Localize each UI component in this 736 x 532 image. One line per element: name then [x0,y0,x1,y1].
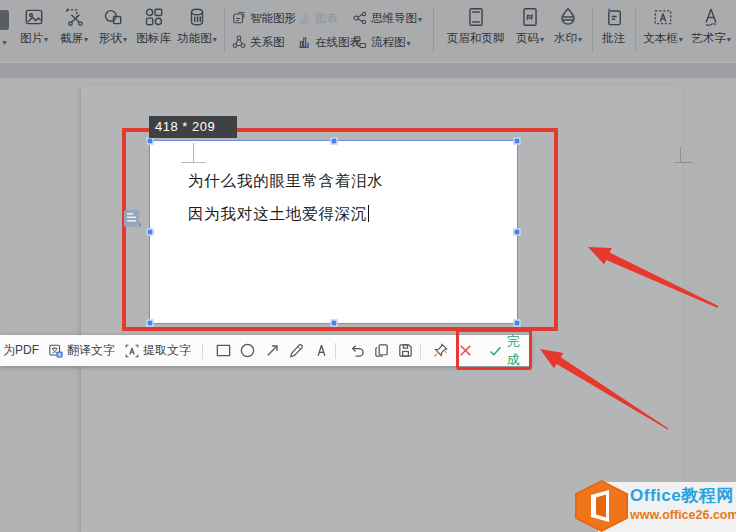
red-rectangle-annotation [122,128,558,331]
pen-tool-icon [288,342,305,359]
save-as-pdf-label: 为PDF [3,342,39,359]
watermark-icon [557,6,579,28]
page-number-icon [519,6,541,28]
wordart-icon [700,6,722,28]
arrow-tool-button[interactable] [260,338,284,364]
copy-button[interactable] [369,338,393,364]
ribbon-label: 图标库 [136,32,172,46]
site-watermark: Office教程网 www.office26.com [570,480,736,532]
extract-text-button[interactable]: 提取文字 [124,342,191,359]
comment-icon [603,6,625,28]
ribbon-button-picture[interactable]: 图片▾ [13,3,55,59]
ribbon-button-flowchart[interactable]: 流程图▾ [352,32,411,52]
mindmap-icon [352,10,368,26]
clipped-icon [0,10,9,30]
ribbon-button-watermark[interactable]: 水印▾ [548,3,588,59]
toolbar-separator [335,343,336,359]
arrow-tool-icon [264,342,281,359]
online-chart-icon [296,34,312,50]
shapes-icon [102,6,124,28]
rectangle-tool-button[interactable] [211,338,235,364]
page-margin-mark [673,147,693,164]
ellipse-tool-button[interactable] [235,338,259,364]
chevron-down-icon: ▾ [0,38,9,47]
document-options-icon[interactable] [123,209,142,229]
translate-icon [48,343,64,359]
ribbon-button-page-number[interactable]: 页码▾ [510,3,550,59]
pen-tool-button[interactable] [284,338,308,364]
site-name: Office教程网 [630,484,736,507]
ribbon-button-shapes[interactable]: 形状▾ [92,3,134,59]
red-highlight-box [456,329,532,370]
ribbon-label: 形状▾ [99,32,127,46]
ribbon-label: 图表 [315,11,338,26]
ribbon-separator [635,7,636,53]
ellipse-tool-icon [239,342,256,359]
smart-graphics-icon [231,10,247,26]
ribbon-button-icon-library[interactable]: 图标库 [131,3,177,59]
ribbon-label: 智能图形 [250,11,296,26]
ribbon-label: 流程图▾ [371,35,411,50]
office-logo-icon [575,480,628,532]
save-button[interactable] [393,338,417,364]
ribbon-button-comment[interactable]: 批注 [596,3,632,59]
save-as-pdf-button[interactable]: 为PDF [3,342,39,359]
text-tool-button[interactable] [309,338,333,364]
undo-icon [348,342,365,359]
extract-text-icon [124,343,140,359]
ribbon-separator [433,7,434,53]
ribbon-button-header-footer[interactable]: 页眉和页脚 [441,3,511,59]
ribbon-bottom-band [0,62,736,78]
ribbon-button-screenshot[interactable]: 截屏▾ [53,3,95,59]
translate-text-button[interactable]: 翻译文字 [48,342,115,359]
ribbon-label: 截屏▾ [60,32,88,46]
capture-toolbar: 为PDF 翻译文字 提取文字 [0,335,531,366]
pin-button[interactable] [429,338,453,364]
save-icon [397,342,414,359]
ribbon-button-textbox[interactable]: 文本框▾ [639,3,687,59]
header-footer-icon [465,6,487,28]
ribbon-label: 艺术字▾ [691,32,731,46]
ribbon: ▾ 图片▾ 截屏▾ 形状▾ [0,0,736,62]
copy-icon [373,342,390,359]
flowchart-icon [352,34,368,50]
toolbar-separator [420,343,421,359]
toolbar-separator [202,343,203,359]
ribbon-label: 页码▾ [516,32,544,46]
picture-icon [23,6,45,28]
undo-button[interactable] [344,338,368,364]
watermark-text: Office教程网 www.office26.com [630,484,736,522]
ribbon-label: 功能图▾ [177,32,217,46]
relationship-diagram-icon [231,34,247,50]
function-diagram-icon [186,6,208,28]
ribbon-label: 文本框▾ [643,32,683,46]
screenshot-icon [63,6,85,28]
wps-screen: ▾ 图片▾ 截屏▾ 形状▾ [0,0,736,532]
pin-icon [432,342,449,359]
extract-text-label: 提取文字 [143,342,191,359]
ribbon-button-mindmap[interactable]: 思维导图▾ [352,8,422,28]
ribbon-label: 批注 [602,32,626,46]
ribbon-separator [224,7,225,53]
ribbon-label: 关系图 [250,35,285,50]
ribbon-button-relationship-diagram[interactable]: 关系图 [231,32,285,52]
ribbon-label: 思维导图▾ [371,11,422,26]
ribbon-label: 页眉和页脚 [447,32,506,46]
ribbon-label: 水印▾ [554,32,582,46]
site-url: www.office26.com [630,508,736,522]
ribbon-button-wordart[interactable]: 艺术字▾ [687,3,735,59]
selection-size-label: 418 * 209 [149,116,237,138]
ribbon-separator [592,7,593,53]
icon-library-icon [143,6,165,28]
chart-icon [296,10,312,26]
text-tool-icon [313,342,330,359]
ribbon-label: 图片▾ [20,32,48,46]
rectangle-tool-icon [215,342,232,359]
ribbon-button-smart-graphics[interactable]: 智能图形 [231,8,296,28]
translate-label: 翻译文字 [67,342,115,359]
ribbon-button-chart: 图表 [296,8,338,28]
textbox-icon [652,6,674,28]
ribbon-button-function-diagram[interactable]: 功能图▾ [173,3,221,59]
clipped-ribbon-button[interactable]: ▾ [0,10,9,50]
